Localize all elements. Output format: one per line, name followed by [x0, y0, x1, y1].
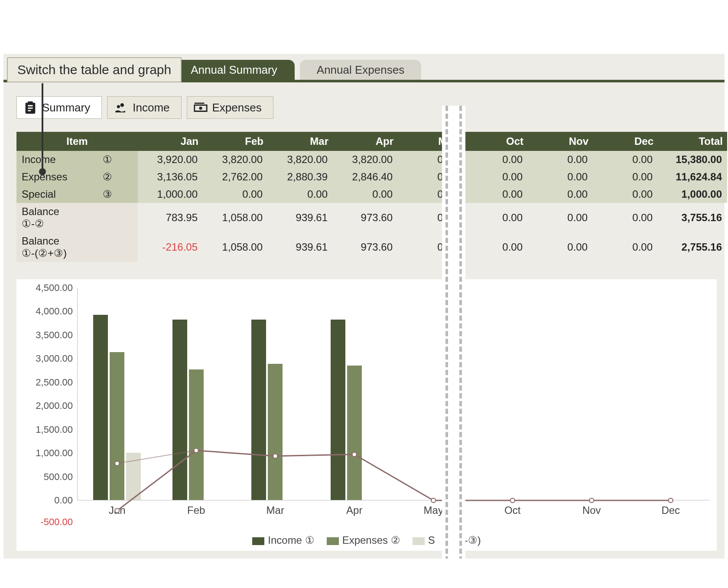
summary-table-wrap: Item Jan Feb Mar Apr May Oct Nov Dec Tot…	[16, 132, 717, 262]
view-summary-button[interactable]: Summary	[16, 96, 102, 119]
cell-value: 3,920.00	[138, 151, 203, 168]
svg-point-11	[273, 454, 277, 458]
view-expenses-button[interactable]: Expenses	[187, 96, 273, 119]
cell-value: 0.00	[593, 151, 658, 168]
y-tick: 3,500.00	[25, 330, 73, 341]
th-nov: Nov	[528, 132, 593, 151]
y-tick: 2,000.00	[25, 400, 73, 412]
cell-value: 3,820.00	[268, 151, 333, 168]
cell-value: 0.00	[203, 186, 268, 203]
th-total: Total	[658, 132, 727, 151]
cell-value: 0.00	[528, 186, 593, 203]
cell-value: 973.60	[333, 232, 398, 262]
cell-value: 0.00	[463, 203, 528, 232]
column-elision-gap	[442, 106, 465, 559]
cell-value: 0.00	[593, 232, 658, 262]
cell-value: 1,000.00	[138, 186, 203, 203]
cell-label: Special	[16, 186, 77, 203]
row-special: Special ③ 1,000.00 0.00 0.00 0.00 0.00 0…	[16, 186, 727, 203]
cell-index: ③	[77, 186, 138, 203]
cell-value: 0.00	[463, 186, 528, 203]
cell-value: 939.61	[268, 232, 333, 262]
chart-lines	[78, 288, 710, 526]
y-tick: 4,500.00	[25, 282, 73, 294]
th-item: Item	[16, 132, 138, 151]
cell-total: 1,000.00	[658, 186, 727, 203]
cell-value: 0.00	[528, 232, 593, 262]
cell-value: 2,762.00	[203, 168, 268, 186]
cell-value: 973.60	[333, 203, 398, 232]
cell-label: Balance ①-(②+③)	[16, 232, 77, 262]
y-tick: 3,000.00	[25, 353, 73, 364]
y-tick: 4,000.00	[25, 306, 73, 317]
cell-value: 3,820.00	[333, 151, 398, 168]
row-balance-2: Balance ①-(②+③) -216.05 1,058.00 939.61 …	[16, 232, 727, 262]
th-mar: Mar	[268, 132, 333, 151]
cell-value: 0.00	[463, 168, 528, 186]
cell-index	[77, 232, 138, 262]
svg-point-15	[589, 498, 594, 503]
row-balance-1: Balance ①-② 783.95 1,058.00 939.61 973.6…	[16, 203, 727, 232]
plot-area: JanFebMarAprMayOctNovDec	[77, 288, 710, 500]
cell-value: 3,820.00	[203, 151, 268, 168]
svg-point-9	[115, 509, 119, 513]
callout-pointer-dot	[39, 168, 46, 175]
callout-pointer-line	[42, 83, 43, 170]
annual-chart: JanFebMarAprMayOctNovDec 4,500.004,000.0…	[16, 279, 717, 551]
y-tick: 1,500.00	[25, 424, 73, 435]
tab-annual-summary[interactable]: Annual Summary	[173, 60, 295, 80]
cell-value: 0.00	[528, 151, 593, 168]
summary-table: Item Jan Feb Mar Apr May Oct Nov Dec Tot…	[16, 132, 727, 262]
view-summary-label: Summary	[42, 101, 90, 114]
cell-value: 0.00	[528, 203, 593, 232]
svg-point-1	[115, 461, 119, 466]
tab-annual-expenses[interactable]: Annual Expenses	[300, 60, 421, 80]
cell-value: -216.05	[138, 232, 203, 262]
cell-value: 0.00	[593, 168, 658, 186]
legend-item-expenses: Expenses ②	[327, 534, 400, 546]
cell-value: 0.00	[268, 186, 333, 203]
th-feb: Feb	[203, 132, 268, 151]
cell-value: 1,058.00	[203, 232, 268, 262]
cell-value: 1,058.00	[203, 203, 268, 232]
clipboard-icon	[23, 100, 38, 115]
cash-icon	[193, 100, 208, 115]
cell-total: 3,755.16	[658, 203, 727, 232]
th-apr: Apr	[333, 132, 398, 151]
legend-item-special-left: S	[413, 534, 435, 546]
cell-value: 2,880.39	[268, 168, 333, 186]
y-tick: -500.00	[25, 516, 73, 528]
cell-index: ②	[77, 168, 138, 186]
cell-value: 0.00	[528, 168, 593, 186]
svg-point-14	[510, 498, 515, 503]
chart-legend: Income ① Expenses ② S -③)	[25, 534, 708, 546]
view-toggle-group: Summary Income Expenses	[16, 96, 717, 119]
cell-value: 939.61	[268, 203, 333, 232]
cell-label: Expenses	[16, 168, 77, 186]
row-expenses: Expenses ② 3,136.05 2,762.00 2,880.39 2,…	[16, 168, 727, 186]
cell-label: Balance ①-②	[16, 203, 77, 232]
svg-point-0	[199, 107, 202, 110]
y-tick: 1,000.00	[25, 448, 73, 459]
view-income-label: Income	[133, 101, 169, 114]
y-tick: 2,500.00	[25, 377, 73, 388]
cell-total: 15,380.00	[658, 151, 727, 168]
cell-value: 0.00	[463, 151, 528, 168]
cell-value: 3,136.05	[138, 168, 203, 186]
hand-coins-icon	[114, 100, 128, 115]
row-income: Income ① 3,920.00 3,820.00 3,820.00 3,82…	[16, 151, 727, 168]
cell-value: 0.00	[593, 186, 658, 203]
svg-point-16	[669, 498, 673, 503]
cell-value: 0.00	[333, 186, 398, 203]
view-expenses-label: Expenses	[212, 101, 262, 114]
callout-box: Switch the table and graph	[7, 57, 182, 82]
panel-body: Summary Income Expenses	[3, 82, 725, 559]
th-oct: Oct	[463, 132, 528, 151]
cell-value: 0.00	[463, 232, 528, 262]
th-dec: Dec	[593, 132, 658, 151]
cell-value: 783.95	[138, 203, 203, 232]
svg-point-13	[431, 498, 436, 503]
view-income-button[interactable]: Income	[107, 96, 181, 119]
svg-point-10	[194, 448, 198, 453]
cell-total: 2,755.16	[658, 232, 727, 262]
